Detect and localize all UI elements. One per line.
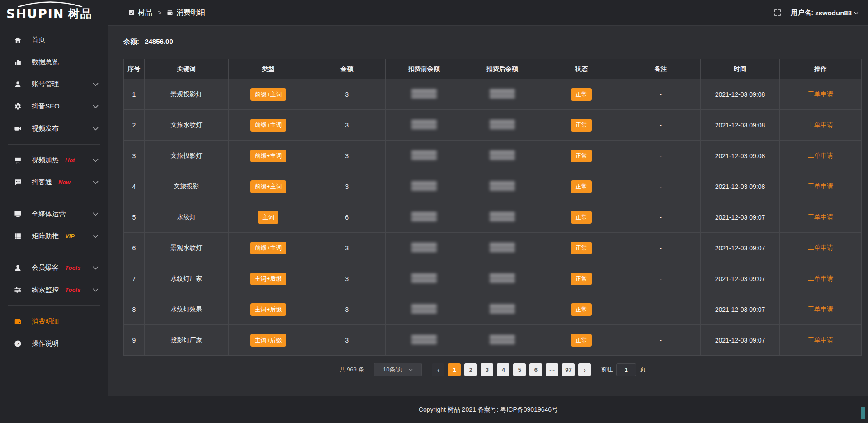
logo-cn: 树品 [68, 6, 92, 21]
cell-remark: - [621, 263, 700, 294]
topbar: 树品>消费明细 用户名: zswodun88 [108, 0, 868, 26]
masked-balance-after [490, 335, 515, 344]
sidebar-item-15[interactable]: 消费明细 [0, 310, 108, 333]
page-button-97[interactable]: 97 [562, 363, 575, 376]
work-order-link[interactable]: 工单申请 [808, 244, 833, 251]
next-page-button[interactable]: › [578, 363, 591, 376]
sidebar-item-3[interactable]: 抖音SEO [0, 95, 108, 118]
type-badge: 前缀+主词 [250, 119, 287, 132]
cell-amount: 3 [308, 263, 385, 294]
copyright-text: Copyright 树品 2021 备案号: 粤ICP备09019646号 [419, 406, 558, 414]
sidebar-item-label: 账号管理 [32, 80, 59, 89]
cell-keyword: 投影灯厂家 [144, 325, 228, 356]
page-ellipsis[interactable]: ··· [546, 363, 558, 376]
table-row: 5水纹灯主词6正常-2021-12-03 09:07工单申请 [124, 202, 862, 233]
corner-widget[interactable] [861, 407, 865, 419]
table-row: 1景观投影灯前缀+主词3正常-2021-12-03 09:08工单申请 [124, 79, 862, 110]
page-button-3[interactable]: 3 [481, 363, 493, 376]
sidebar-item-13[interactable]: 线索监控Tools [0, 279, 108, 301]
column-header: 关键词 [144, 59, 228, 79]
cell-time: 2021-12-03 09:07 [701, 233, 780, 263]
sidebar-item-label: 线索监控 [32, 286, 59, 294]
logo: SHUPIN 树品 [0, 0, 108, 27]
cell-remark: - [621, 202, 700, 233]
grid-icon [14, 232, 22, 240]
sidebar-item-2[interactable]: 账号管理 [0, 73, 108, 95]
logo-latin: SHUPIN [6, 7, 64, 21]
work-order-link[interactable]: 工单申请 [808, 121, 833, 128]
work-order-link[interactable]: 工单申请 [808, 306, 833, 313]
masked-balance-before [411, 304, 437, 314]
goto-page-input[interactable] [616, 363, 636, 376]
cell-index: 9 [124, 325, 145, 356]
chevron-down-icon [408, 367, 413, 372]
type-badge: 前缀+主词 [250, 180, 287, 193]
cell-type: 前缀+主词 [228, 171, 308, 202]
cell-action: 工单申请 [779, 325, 861, 356]
user-menu[interactable]: 用户名: zswodun88 [791, 9, 859, 17]
sidebar-item-12[interactable]: 会员爆客Tools [0, 257, 108, 279]
chevron-down-icon [91, 103, 99, 111]
sidebar-item-10[interactable]: 矩阵助推VIP [0, 225, 108, 247]
breadcrumb-item-1[interactable]: 消费明细 [167, 8, 205, 18]
work-order-link[interactable]: 工单申请 [808, 152, 833, 159]
sidebar-item-label: 矩阵助推 [32, 232, 59, 240]
chevron-down-icon [854, 9, 859, 16]
table-row: 8水纹灯效果主词+后缀3正常-2021-12-03 09:07工单申请 [124, 294, 862, 325]
type-badge: 主词+后缀 [250, 334, 287, 347]
fullscreen-icon[interactable] [774, 9, 782, 17]
work-order-link[interactable]: 工单申请 [808, 336, 833, 343]
chevron-down-icon [91, 286, 99, 294]
type-badge: 主词+后缀 [250, 303, 287, 316]
cell-action: 工单申请 [779, 141, 861, 171]
cell-action: 工单申请 [779, 110, 861, 141]
cell-keyword: 文旅水纹灯 [144, 110, 228, 141]
work-order-link[interactable]: 工单申请 [808, 275, 833, 282]
sidebar-item-0[interactable]: 首页 [0, 29, 108, 51]
page-button-2[interactable]: 2 [464, 363, 477, 376]
type-badge: 前缀+主词 [250, 150, 287, 162]
sidebar: SHUPIN 树品 首页数据总览账号管理抖音SEO视频发布视频加热Hot抖客通N… [0, 0, 108, 423]
user-icon [14, 80, 22, 89]
page-button-6[interactable]: 6 [529, 363, 542, 376]
page-button-1[interactable]: 1 [448, 363, 461, 376]
table-row: 7水纹灯厂家主词+后缀3正常-2021-12-03 09:07工单申请 [124, 263, 862, 294]
sidebar-item-6[interactable]: 视频加热Hot [0, 149, 108, 171]
chat-icon [14, 179, 22, 187]
sidebar-item-1[interactable]: 数据总览 [0, 51, 108, 73]
cell-amount: 3 [308, 171, 385, 202]
app-root: SHUPIN 树品 首页数据总览账号管理抖音SEO视频发布视频加热Hot抖客通N… [0, 0, 868, 423]
sidebar-item-16[interactable]: ?操作说明 [0, 333, 108, 355]
cell-amount: 3 [308, 233, 385, 263]
balance-value: 24856.00 [145, 38, 173, 45]
page-size-select[interactable]: 10条/页 [374, 363, 422, 376]
column-header: 金额 [308, 59, 385, 79]
pagination-total: 共 969 条 [340, 366, 364, 374]
breadcrumb-item-0[interactable]: 树品 [128, 8, 152, 18]
work-order-link[interactable]: 工单申请 [808, 183, 833, 190]
sidebar-item-9[interactable]: 全媒体运营 [0, 203, 108, 225]
sidebar-item-7[interactable]: 抖客通New [0, 171, 108, 193]
page-button-5[interactable]: 5 [513, 363, 526, 376]
masked-balance-before [411, 181, 437, 191]
sidebar-item-label: 首页 [32, 36, 45, 44]
work-order-link[interactable]: 工单申请 [808, 213, 833, 221]
cell-action: 工单申请 [779, 294, 861, 325]
cell-amount: 3 [308, 294, 385, 325]
balance: 余额: 24856.00 [123, 38, 862, 46]
status-badge: 正常 [571, 273, 592, 285]
chevron-down-icon [91, 125, 99, 133]
cell-remark: - [621, 171, 700, 202]
cell-action: 工单申请 [779, 79, 861, 110]
cell-time: 2021-12-03 09:07 [701, 263, 780, 294]
page-button-4[interactable]: 4 [497, 363, 509, 376]
cell-keyword: 水纹灯厂家 [144, 263, 228, 294]
sidebar-item-4[interactable]: 视频发布 [0, 118, 108, 140]
table-row: 3文旅投影灯前缀+主词3正常-2021-12-03 09:08工单申请 [124, 141, 862, 171]
cell-remark: - [621, 294, 700, 325]
cell-index: 3 [124, 141, 145, 171]
masked-balance-after [490, 181, 515, 191]
work-order-link[interactable]: 工单申请 [808, 90, 833, 98]
cell-amount: 3 [308, 110, 385, 141]
prev-page-button[interactable]: ‹ [432, 363, 444, 376]
